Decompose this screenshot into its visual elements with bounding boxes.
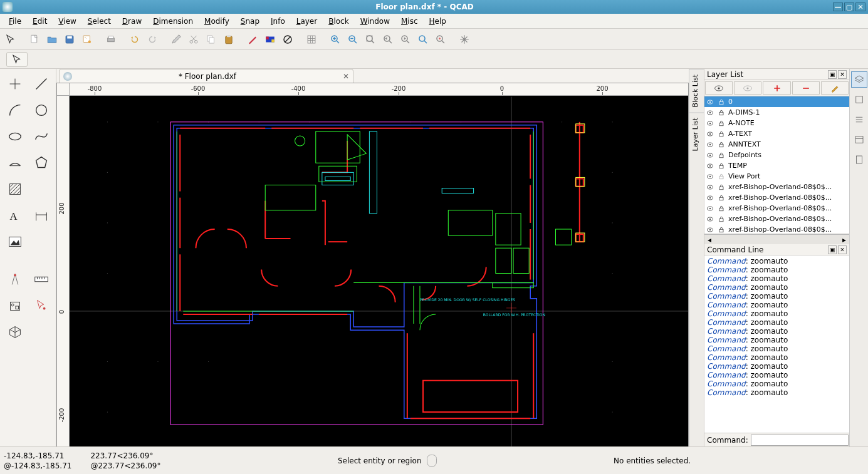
no-fill-button[interactable] [280,31,296,48]
menu-modify[interactable]: Modify [199,16,234,27]
line-tool[interactable] [29,71,54,96]
layer-row[interactable]: TEMP [704,160,849,171]
panel-undock-button[interactable]: ▣ [828,70,837,79]
eye-icon[interactable] [706,140,714,149]
copy-button[interactable] [203,31,219,48]
zoom-selection-button[interactable] [432,31,449,48]
remove-layer-button[interactable] [792,81,820,95]
polygon-tool[interactable] [29,150,54,175]
panel-close-button[interactable]: ✕ [838,70,847,79]
eye-icon[interactable] [706,183,714,192]
menu-info[interactable]: Info [266,16,290,27]
lock-icon[interactable] [717,225,726,234]
block-tool[interactable] [3,293,28,318]
layer-row[interactable]: A-TEXT [704,128,849,139]
eye-icon[interactable] [706,151,714,160]
image-tool[interactable] [3,229,28,254]
lock-icon[interactable] [717,151,726,160]
paste-button[interactable] [221,31,237,48]
layer-hscroll[interactable]: ◂▸ [704,234,849,244]
menu-draw[interactable]: Draw [117,16,147,27]
vtab-layer-list[interactable]: Layer List [689,112,704,156]
zoom-prev-button[interactable] [380,31,396,48]
measure-tool[interactable] [29,267,54,292]
menu-misc[interactable]: Misc [396,16,423,27]
eye-icon[interactable] [706,215,714,224]
cmd-undock-button[interactable]: ▣ [828,245,837,254]
zoom-in-button[interactable] [327,31,343,48]
hide-all-layers-button[interactable] [734,81,761,95]
layer-strip-button[interactable] [851,71,867,88]
zoom-extents-button[interactable] [362,31,379,48]
layer-row[interactable]: xref-Bishop-Overland-08$0$... [704,192,849,203]
dimension-tool[interactable] [29,203,54,228]
pencil-button[interactable] [168,31,184,48]
lock-icon[interactable] [717,140,726,149]
eye-icon[interactable] [706,193,714,202]
layer-row[interactable]: xref-Bishop-Overland-08$0$... [704,182,849,192]
color-button[interactable] [262,31,278,48]
zoom-out-button[interactable] [345,31,361,48]
pointer-tool[interactable] [3,31,19,48]
ruler-horizontal[interactable]: -800-600-400-2000200 [70,83,688,96]
ellipse-tool[interactable] [3,124,28,149]
menu-select[interactable]: Select [83,16,116,27]
cut-button[interactable] [186,31,202,48]
eye-icon[interactable] [706,98,714,106]
add-layer-button[interactable] [763,81,790,95]
menu-window[interactable]: Window [355,16,395,27]
eye-icon[interactable] [706,225,714,234]
isometric-tool[interactable] [3,319,28,344]
lock-icon[interactable] [717,98,726,106]
save-button[interactable] [61,31,78,48]
menu-edit[interactable]: Edit [28,16,52,27]
menu-layer[interactable]: Layer [291,16,322,27]
layer-row[interactable]: A-DIMS-1 [704,107,849,118]
pan-button[interactable] [456,31,473,48]
layer-row[interactable]: ANNTEXT [704,139,849,150]
ruler-vertical[interactable]: 2000-200 [57,96,70,446]
edit-layer-button[interactable] [821,81,849,95]
close-button[interactable]: ✕ [855,3,865,11]
layer-row[interactable]: A-NOTE [704,118,849,128]
lock-icon[interactable] [717,162,726,170]
list-strip-button[interactable] [851,111,867,128]
select-tool[interactable] [6,52,28,67]
menu-block[interactable]: Block [323,16,353,27]
minimize-button[interactable]: — [833,3,843,11]
arc-segment-tool[interactable] [3,150,28,175]
open-file-button[interactable] [44,31,60,48]
eye-icon[interactable] [706,108,714,117]
menu-snap[interactable]: Snap [236,16,264,27]
redo-button[interactable] [144,31,160,48]
lock-icon[interactable] [717,193,726,202]
lock-icon[interactable] [717,130,726,138]
arc-tool[interactable] [3,98,28,123]
layer-list[interactable]: 0A-DIMS-1A-NOTEA-TEXTANNTEXTDefpointsTEM… [704,96,849,234]
layer-row[interactable]: xref-Bishop-Overland-08$0$... [704,214,849,224]
eye-icon[interactable] [706,172,714,181]
doc-strip-button[interactable] [851,152,867,168]
eye-icon[interactable] [706,204,714,213]
lock-icon[interactable] [717,204,726,213]
menu-view[interactable]: View [53,16,81,27]
cmd-close-button[interactable]: ✕ [838,245,847,254]
zoom-window-button[interactable] [415,31,431,48]
layer-row[interactable]: View Port [704,171,849,182]
tab-close-button[interactable]: ✕ [343,72,349,81]
layer-row[interactable]: Defpoints [704,150,849,160]
lock-icon[interactable] [717,215,726,224]
list2-strip-button[interactable] [851,131,867,148]
text-tool[interactable]: A [3,203,28,228]
spline-tool[interactable] [29,124,54,149]
grid-button[interactable] [303,31,320,48]
select-similar-tool[interactable] [29,293,54,318]
lock-icon[interactable] [717,172,726,181]
undo-button[interactable] [127,31,143,48]
save-as-button[interactable] [79,31,95,48]
point-tool[interactable] [3,71,28,96]
print-button[interactable] [103,31,119,48]
pen-tool-button[interactable] [244,31,261,48]
menu-dimension[interactable]: Dimension [148,16,198,27]
eye-icon[interactable] [706,130,714,138]
